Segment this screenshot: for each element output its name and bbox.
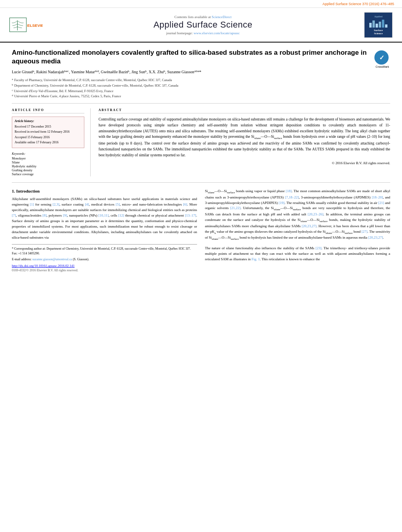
article-info-col: ARTICLE INFO Article history: Received 1… (12, 108, 91, 176)
ref-21: [21] (378, 201, 384, 205)
ref-18: [18] (286, 189, 292, 193)
ref-20-23-27: [20,23,27] (302, 224, 317, 228)
affiliation-a: ᵃ Faculty of Pharmacy, Université de Mon… (12, 78, 370, 83)
ref-18-20: [18–20] (372, 195, 383, 199)
ref-20-23-27b: [20,23,27] (368, 235, 383, 239)
svg-rect-0 (9, 18, 26, 32)
corresponding-author-footnote: * Corresponding author at: Department of… (12, 247, 197, 256)
ref-23: [23] (316, 246, 322, 250)
article-info-heading: ARTICLE INFO (12, 108, 84, 113)
keyword-3: Hydrolytic stability (12, 165, 84, 168)
keyword-4: Grafting density (12, 169, 84, 172)
issn-text: 0169-4332/© 2016 Elsevier B.V. All right… (12, 269, 197, 272)
ref-21-22: [21,22] (230, 206, 240, 210)
svg-text:ELSEVIER: ELSEVIER (27, 23, 43, 28)
email-link[interactable]: suzanne.giasson@umontreal.ca (32, 258, 72, 261)
journal-logo-box: Applied SurfaceScience (364, 12, 393, 38)
keyword-5: Surface coverage (12, 172, 84, 176)
journal-homepage: journal homepage: www.elsevier.com/locat… (47, 31, 359, 35)
introduction-section: 1. Introduction Alkylsilane self-assembl… (12, 189, 390, 272)
keyword-1: Monolayer (12, 157, 84, 160)
ref-8: [8] (43, 213, 47, 217)
abstract-col: ABSTRACT Controlling surface coverage an… (99, 108, 390, 176)
elsevier-logo: ELSEVIER (8, 14, 43, 36)
journal-homepage-link[interactable]: www.elsevier.com/locate/apsusc (194, 31, 240, 35)
article-title-section: Amino-functionalized monolayers covalent… (12, 48, 390, 104)
crossmark-label: CrossMark (374, 65, 390, 68)
received-date: Received 17 December 2015 (15, 124, 82, 129)
intro-left-col: 1. Introduction Alkylsilane self-assembl… (12, 189, 197, 272)
ref-12: [12] (118, 213, 124, 217)
affiliation-d: ᵈ Université Pierre et Marie Curie, 4 pl… (12, 94, 370, 99)
intro-right-text-1: Sisilane—O—Sisurface bonds using vapor o… (205, 189, 390, 241)
ref-19: [19] (279, 201, 285, 205)
ref-1: [1] (30, 202, 34, 206)
keywords-section: Keywords: Monolayer Silane Hydrolytic st… (12, 152, 84, 176)
journal-title: Applied Surface Science (47, 20, 359, 30)
journal-logo-right: Applied SurfaceScience (363, 11, 394, 39)
article-info-abstract-cols: ARTICLE INFO Article history: Received 1… (12, 108, 390, 176)
affiliation-b: ᵇ Department of Chemistry, Université de… (12, 83, 370, 88)
abstract-heading: ABSTRACT (99, 108, 390, 113)
introduction-title: 1. Introduction (12, 189, 197, 193)
elsevier-logo-svg: ELSEVIER (9, 15, 43, 35)
ref-6: [6] (183, 202, 187, 206)
received-revised-date: Received in revised form 12 February 201… (15, 130, 82, 134)
article-history-title: Article history: (15, 119, 82, 123)
ref-7-18-22: [7,18–22] (285, 195, 299, 199)
ref-10-11: [10,11] (99, 213, 109, 217)
journal-header: ELSEVIER Contents lists available at Sci… (0, 8, 402, 43)
crossmark: ✓ CrossMark (374, 50, 390, 66)
ref-20-23-26: [20,23–26] (308, 212, 324, 216)
copyright-text: © 2016 Elsevier B.V. All rights reserved… (99, 161, 390, 165)
keywords-title: Keywords: (12, 152, 84, 156)
available-date: Available online 17 February 2016 (15, 140, 82, 145)
ref-27: [27] (361, 230, 367, 234)
svg-text:✓: ✓ (379, 54, 384, 61)
journal-center: Contents lists available at ScienceDirec… (47, 15, 359, 35)
ref-2-3: [2,3] (53, 202, 60, 206)
intro-right-col: Sisilane—O—Sisurface bonds using vapor o… (205, 189, 390, 272)
sciencedirect-text: Contents lists available at ScienceDirec… (47, 15, 359, 19)
ref-9: [9] (63, 213, 67, 217)
intro-left-text: Alkylsilane self-assembled monolayers (S… (12, 196, 197, 241)
confirmed-word: confirmed (321, 141, 337, 145)
affiliations: ᵃ Faculty of Pharmacy, Université de Mon… (12, 78, 370, 99)
journal-reference: Applied Surface Science 370 (2016) 476–4… (322, 2, 394, 6)
logo-top-text: Applied (374, 15, 383, 18)
ref-13-17: [13–17] (185, 213, 196, 217)
doi-link[interactable]: http://dx.doi.org/10.1016/j.apsusc.2016.… (12, 264, 197, 268)
top-reference-bar: Applied Surface Science 370 (2016) 476–4… (0, 0, 402, 8)
doi-anchor[interactable]: http://dx.doi.org/10.1016/j.apsusc.2016.… (12, 264, 74, 268)
keyword-2: Silane (12, 161, 84, 164)
section-divider (12, 182, 390, 183)
article-body: Amino-functionalized monolayers covalent… (0, 43, 402, 278)
ref-4: [4] (85, 202, 89, 206)
article-history-box: Article history: Received 17 December 20… (12, 117, 84, 148)
crossmark-svg: ✓ (375, 51, 388, 64)
logo-main-text: SurfaceScience (374, 29, 383, 35)
ref-7: [7] (12, 213, 16, 217)
ref-5: [5] (115, 202, 120, 206)
footnote-section: * Corresponding author at: Department of… (12, 244, 197, 272)
intro-right-text-2: The nature of silane functionality also … (205, 246, 390, 262)
article-title-text: Amino-functionalized monolayers covalent… (12, 48, 370, 99)
crossmark-circle: ✓ (374, 50, 389, 65)
article-title: Amino-functionalized monolayers covalent… (12, 48, 370, 66)
accepted-date: Accepted 15 February 2016 (15, 135, 82, 139)
abstract-text: Controlling surface coverage and stabili… (99, 117, 390, 158)
sciencedirect-link[interactable]: ScienceDirect (212, 15, 231, 19)
email-footnote: E-mail address: suzanne.giasson@umontrea… (12, 257, 197, 262)
fig1-ref: Fig. 1 (251, 257, 260, 261)
affiliation-c: ᶜ Université d'Evry-Val-d'Essonne, Bd. F… (12, 89, 370, 94)
authors: Lucie Giraudᵃ, Rakini Nadarajahᵇʷᶜ, Yasm… (12, 69, 370, 75)
